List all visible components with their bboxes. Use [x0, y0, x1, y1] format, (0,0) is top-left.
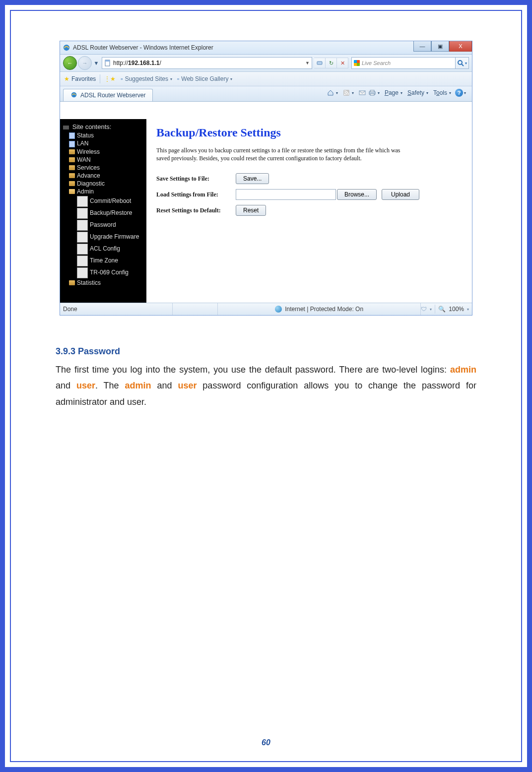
- page-icon: [77, 267, 88, 278]
- sidebar-item-acl-config[interactable]: ACL Config: [62, 243, 146, 255]
- dropdown-icon[interactable]: ▾: [464, 91, 466, 95]
- sidebar-item-services[interactable]: Services: [62, 164, 146, 172]
- sidebar-item-wan[interactable]: WAN: [62, 156, 146, 164]
- address-dropdown-icon[interactable]: ▼: [305, 61, 310, 65]
- status-zone-text: Internet | Protected Mode: On: [285, 306, 363, 313]
- sidebar-item-label: Backup/Restore: [90, 209, 132, 216]
- paragraph: The first time you log into the system, …: [56, 362, 476, 410]
- maximize-button[interactable]: ▣: [431, 41, 449, 52]
- document-page: ADSL Router Webserver - Windows Internet…: [0, 0, 532, 772]
- sidebar-root-label: Site contents:: [72, 123, 112, 130]
- sidebar-item-statistics[interactable]: Statistics: [62, 279, 146, 287]
- stop-icon[interactable]: ✕: [337, 58, 348, 68]
- sidebar-root: Site contents:: [62, 122, 146, 131]
- dropdown-icon[interactable]: ▾: [449, 91, 451, 95]
- print-icon[interactable]: [368, 88, 377, 97]
- status-right: 🛡 ▾ 🔍 100% ▾: [421, 305, 472, 314]
- sidebar-item-diagnostic[interactable]: Diagnostic: [62, 180, 146, 188]
- page-icon: [77, 208, 88, 219]
- sidebar-item-commit-reboot[interactable]: Commit/Reboot: [62, 195, 146, 207]
- page-mini-icon: ▫: [177, 75, 179, 82]
- sidebar-item-admin[interactable]: Admin: [62, 188, 146, 195]
- tools-menu[interactable]: Tools: [432, 89, 448, 96]
- file-path-input[interactable]: [236, 189, 336, 200]
- page-heading: Backup/Restore Settings: [156, 126, 462, 139]
- feeds-icon[interactable]: [342, 88, 351, 97]
- refresh-icon[interactable]: ↻: [326, 58, 337, 68]
- titlebar: ADSL Router Webserver - Windows Internet…: [60, 41, 472, 55]
- sidebar-item-label: Advance: [77, 172, 100, 179]
- status-zone: Internet | Protected Mode: On: [218, 306, 420, 313]
- search-go-button[interactable]: ▾: [456, 57, 469, 69]
- ie-mini-icon: [70, 91, 77, 100]
- sidebar-item-label: LAN: [77, 140, 88, 147]
- forward-button[interactable]: →: [78, 56, 92, 70]
- dropdown-icon[interactable]: ▾: [400, 91, 402, 95]
- sidebar-item-upgrade-firmware[interactable]: Upgrade Firmware: [62, 231, 146, 243]
- save-button[interactable]: Save...: [236, 173, 269, 184]
- home-icon[interactable]: [326, 88, 335, 97]
- zoom-level: 100%: [449, 306, 464, 313]
- nav-history-dropdown[interactable]: ▼: [93, 60, 100, 66]
- separator: [100, 74, 100, 83]
- suggested-sites-label: Suggested Sites: [125, 75, 168, 82]
- page-icon: [69, 141, 75, 147]
- add-to-favorites-icon[interactable]: ⋮★: [104, 75, 116, 82]
- compat-view-icon[interactable]: [314, 58, 326, 68]
- favorites-label[interactable]: Favorites: [71, 75, 96, 82]
- page-menu[interactable]: Page: [384, 89, 399, 96]
- para-text: and: [56, 381, 76, 390]
- folder-icon: [69, 280, 75, 285]
- sidebar-item-tr-069-config[interactable]: TR-069 Config: [62, 267, 146, 279]
- zoom-dropdown-icon[interactable]: ▾: [467, 307, 469, 312]
- suggested-sites-link[interactable]: ▫ Suggested Sites ▾: [121, 75, 172, 82]
- zoom-icon[interactable]: 🔍: [438, 306, 446, 313]
- sidebar-item-status[interactable]: Status: [62, 131, 146, 139]
- url-host: 192.168.1.1: [128, 60, 159, 66]
- dropdown-icon[interactable]: ▾: [426, 91, 428, 95]
- address-bar[interactable]: http://192.168.1.1/ ▼: [102, 57, 312, 69]
- tab-active[interactable]: ADSL Router Webserver: [63, 89, 153, 101]
- upload-button[interactable]: Upload: [382, 189, 419, 200]
- protected-mode-icon[interactable]: 🛡: [421, 306, 427, 313]
- dropdown-icon[interactable]: ▾: [352, 91, 354, 95]
- section-heading: 3.9.3 Password: [56, 346, 476, 357]
- windows-flag-icon: [354, 60, 360, 66]
- dropdown-icon[interactable]: ▾: [378, 91, 380, 95]
- help-icon[interactable]: ?: [455, 89, 463, 97]
- back-button[interactable]: ←: [63, 56, 77, 70]
- para-text: . The: [95, 381, 125, 390]
- reset-button[interactable]: Reset: [236, 205, 266, 216]
- read-mail-icon[interactable]: [358, 88, 367, 97]
- sidebar-item-backup-restore[interactable]: Backup/Restore: [62, 207, 146, 219]
- page-mini-icon: ▫: [121, 75, 123, 82]
- main-panel: Backup/Restore Settings This page allows…: [146, 119, 472, 303]
- separator: [435, 305, 435, 314]
- dropdown-icon[interactable]: ▾: [430, 307, 432, 312]
- browse-button[interactable]: Browse...: [337, 189, 377, 200]
- sidebar-item-lan[interactable]: LAN: [62, 139, 146, 147]
- folder-icon: [69, 157, 75, 162]
- close-button[interactable]: X: [449, 41, 472, 52]
- highlight-admin: admin: [125, 381, 151, 390]
- page-icon: [69, 132, 75, 139]
- page-description: This page allows you to backup current s…: [156, 146, 414, 162]
- command-bar: ▾ ▾ ▾ Page▾ Safety▾ Tools▾ ?▾: [326, 88, 469, 97]
- web-slice-gallery-link[interactable]: ▫ Web Slice Gallery ▾: [177, 75, 232, 82]
- save-row: Save Settings to File: Save...: [156, 173, 462, 184]
- favorites-bar: ★ Favorites ⋮★ ▫ Suggested Sites ▾ ▫ Web…: [60, 72, 472, 86]
- search-box[interactable]: Live Search: [351, 57, 456, 69]
- document-body: 3.9.3 Password The first time you log in…: [56, 346, 476, 410]
- sidebar-item-time-zone[interactable]: Time Zone: [62, 255, 146, 267]
- safety-menu[interactable]: Safety: [406, 89, 425, 96]
- sidebar-item-advance[interactable]: Advance: [62, 172, 146, 180]
- window-title: ADSL Router Webserver - Windows Internet…: [73, 44, 413, 51]
- status-done: Done: [60, 306, 172, 313]
- sidebar-item-wireless[interactable]: Wireless: [62, 148, 146, 156]
- dropdown-icon[interactable]: ▾: [336, 91, 338, 95]
- minimize-button[interactable]: —: [413, 41, 431, 52]
- favorites-star-icon: ★: [64, 75, 69, 82]
- search-dropdown-icon[interactable]: ▾: [465, 61, 467, 65]
- sidebar-item-password[interactable]: Password: [62, 219, 146, 231]
- url-path: /: [159, 60, 161, 66]
